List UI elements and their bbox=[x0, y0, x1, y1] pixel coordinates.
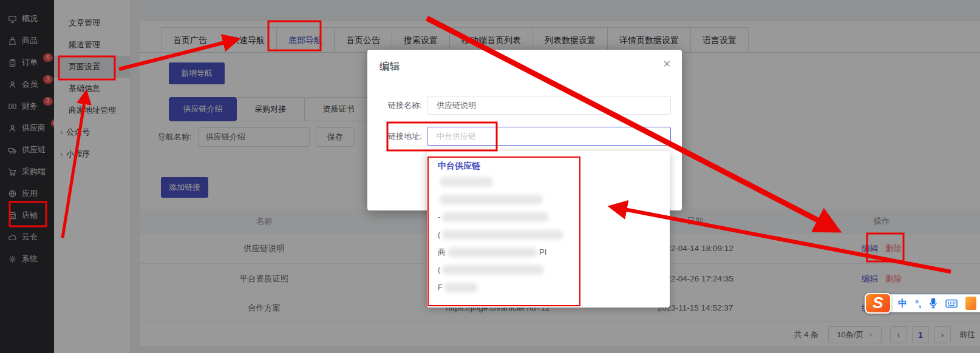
dialog-title: 编辑 bbox=[379, 59, 400, 73]
redacted-text bbox=[444, 283, 478, 292]
link-name-input[interactable] bbox=[427, 96, 671, 115]
suggestion-group-header[interactable]: 中台供应链 bbox=[438, 158, 659, 173]
redacted-text bbox=[440, 195, 543, 204]
microphone-icon[interactable] bbox=[929, 298, 937, 309]
link-name-field-row: 链接名称: bbox=[367, 96, 682, 115]
redacted-text bbox=[447, 247, 537, 257]
redacted-text bbox=[440, 177, 493, 187]
suggestion-fragment: ( bbox=[438, 265, 440, 274]
ime-punctuation-toggle[interactable]: °, bbox=[915, 298, 921, 309]
redacted-text bbox=[442, 230, 563, 240]
link-url-input[interactable] bbox=[427, 127, 671, 146]
sogou-logo-icon[interactable]: S bbox=[865, 293, 891, 314]
app-window: 概况 商品 订单 6 会员 3 财务 3 供应商 49 供应链 bbox=[0, 0, 980, 353]
suggestion-fragment: 商 bbox=[438, 247, 446, 258]
ime-toolbar: S 中 °, bbox=[865, 293, 980, 314]
keyboard-icon[interactable] bbox=[945, 299, 958, 308]
suggestion-fragment: F bbox=[438, 283, 443, 292]
suggestion-fragment: - bbox=[438, 212, 440, 221]
ime-pill: 中 °, bbox=[888, 294, 980, 312]
close-icon[interactable]: ✕ bbox=[663, 58, 671, 70]
ime-mode-toggle[interactable]: 中 bbox=[898, 298, 907, 309]
suggestion-fragment: ( bbox=[438, 230, 440, 239]
link-url-label: 链接地址: bbox=[388, 131, 427, 142]
suggestion-item[interactable] bbox=[438, 190, 659, 208]
ime-toolbox-icon[interactable] bbox=[965, 297, 976, 310]
redacted-text bbox=[442, 212, 548, 222]
link-suggestions-dropdown: 中台供应链 - ( 商PI ( F bbox=[427, 151, 670, 308]
suggestion-item[interactable]: ( bbox=[438, 226, 659, 243]
suggestion-item[interactable]: - bbox=[438, 208, 659, 226]
link-name-label: 链接名称: bbox=[388, 100, 427, 111]
suggestion-item[interactable]: F bbox=[438, 278, 659, 296]
suggestion-item[interactable]: ( bbox=[438, 261, 659, 278]
suggestion-item[interactable] bbox=[438, 173, 659, 190]
link-url-field-row: 链接地址: bbox=[367, 127, 682, 146]
suggestion-item[interactable]: 商PI bbox=[438, 243, 659, 261]
redacted-text bbox=[442, 265, 544, 275]
suggestion-fragment: PI bbox=[539, 247, 546, 257]
